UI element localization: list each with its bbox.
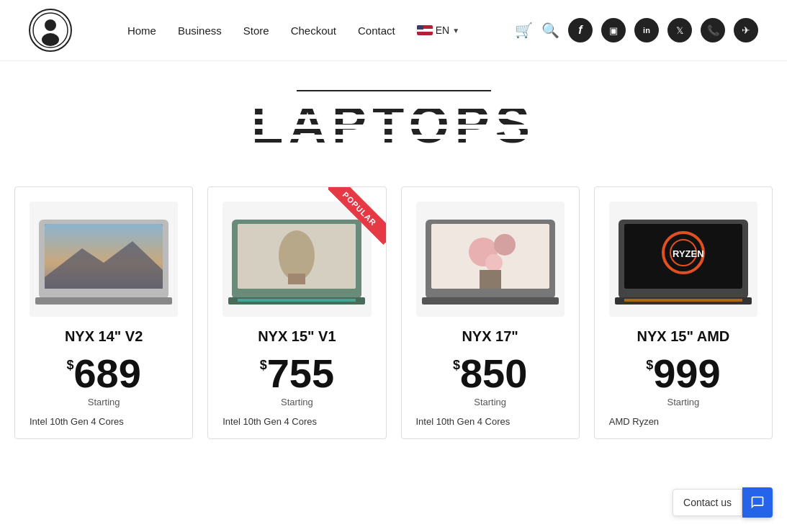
popular-ribbon: POPULAR — [328, 187, 386, 245]
main-nav: Home Business Store Checkout Contact EN … — [72, 24, 515, 37]
title-line-top — [297, 90, 491, 91]
svg-rect-22 — [422, 297, 559, 305]
product-name-3: NYX 15" AMD — [609, 328, 757, 345]
product-name-2: NYX 17" — [416, 328, 565, 345]
product-price-2: $ 850 — [416, 353, 565, 394]
svg-point-2 — [42, 33, 59, 46]
nav-business[interactable]: Business — [178, 24, 222, 37]
header-right: 🛒 🔍 f ▣ in 𝕏 📞 ✈ — [515, 18, 758, 42]
header: Home Business Store Checkout Contact EN … — [0, 0, 787, 61]
price-dollar-1: $ — [260, 358, 267, 373]
svg-point-20 — [485, 254, 503, 271]
svg-point-1 — [45, 19, 56, 31]
product-name-0: NYX 14" V2 — [30, 328, 178, 345]
cart-icon[interactable]: 🛒 — [515, 22, 533, 39]
svg-rect-21 — [480, 270, 501, 289]
product-spec-0: Intel 10th Gen 4 Cores — [30, 416, 178, 427]
lang-label: EN — [436, 24, 449, 36]
page-title: LAPTOPS — [14, 99, 773, 150]
product-spec-1: Intel 10th Gen 4 Cores — [222, 416, 371, 427]
price-amount-3: 999 — [653, 353, 720, 394]
twitter-icon[interactable]: 𝕏 — [667, 18, 692, 42]
product-card-3: RYZEN NYX 15" AMD $ 999 Starting AMD Ryz… — [594, 186, 773, 439]
whatsapp-icon[interactable]: 📞 — [701, 18, 725, 42]
nav-checkout[interactable]: Checkout — [291, 24, 336, 37]
price-amount-1: 755 — [267, 353, 334, 394]
flag-icon — [417, 25, 433, 35]
product-price-1: $ 755 — [222, 353, 371, 394]
product-price-0: $ 689 — [30, 353, 178, 394]
price-amount-2: 850 — [460, 353, 527, 394]
product-image-2 — [416, 202, 565, 317]
logo[interactable] — [29, 9, 72, 52]
product-name-1: NYX 15" V1 — [222, 328, 371, 345]
svg-point-19 — [494, 234, 516, 256]
language-selector[interactable]: EN ▼ — [417, 24, 459, 36]
product-image-0 — [30, 202, 178, 317]
price-starting-3: Starting — [609, 397, 757, 407]
nav-contact[interactable]: Contact — [358, 24, 395, 37]
price-starting-0: Starting — [30, 397, 178, 407]
product-spec-2: Intel 10th Gen 4 Cores — [416, 416, 565, 427]
svg-text:RYZEN: RYZEN — [673, 248, 704, 259]
price-starting-2: Starting — [416, 397, 565, 407]
instagram-icon[interactable]: ▣ — [601, 18, 626, 42]
svg-rect-12 — [288, 274, 305, 284]
product-spec-3: AMD Ryzen — [609, 416, 757, 427]
page-title-section: LAPTOPS — [0, 61, 787, 165]
nav-store[interactable]: Store — [243, 24, 269, 37]
products-grid: NYX 14" V2 $ 689 Starting Intel 10th Gen… — [0, 165, 787, 461]
price-amount-0: 689 — [73, 353, 140, 394]
svg-rect-29 — [624, 299, 742, 302]
facebook-icon[interactable]: f — [568, 18, 593, 42]
svg-rect-14 — [238, 299, 356, 302]
search-icon[interactable]: 🔍 — [541, 22, 559, 39]
price-starting-1: Starting — [222, 397, 371, 407]
popular-badge-wrap: POPULAR — [328, 187, 386, 245]
product-card-0: NYX 14" V2 $ 689 Starting Intel 10th Gen… — [14, 186, 193, 439]
product-price-3: $ 999 — [609, 353, 757, 394]
price-dollar-2: $ — [453, 358, 460, 373]
price-dollar-0: $ — [66, 358, 73, 373]
product-card-1: POPULAR NYX 15" V1 $ 755 Starting Intel … — [207, 186, 386, 439]
svg-point-11 — [279, 230, 315, 281]
svg-rect-7 — [35, 297, 172, 305]
nav-home[interactable]: Home — [127, 24, 156, 37]
price-dollar-3: $ — [646, 358, 653, 373]
telegram-icon[interactable]: ✈ — [734, 18, 758, 42]
product-card-2: NYX 17" $ 850 Starting Intel 10th Gen 4 … — [401, 186, 580, 439]
chevron-down-icon: ▼ — [452, 27, 459, 35]
linkedin-icon[interactable]: in — [634, 18, 659, 42]
product-image-3: RYZEN — [609, 202, 757, 317]
